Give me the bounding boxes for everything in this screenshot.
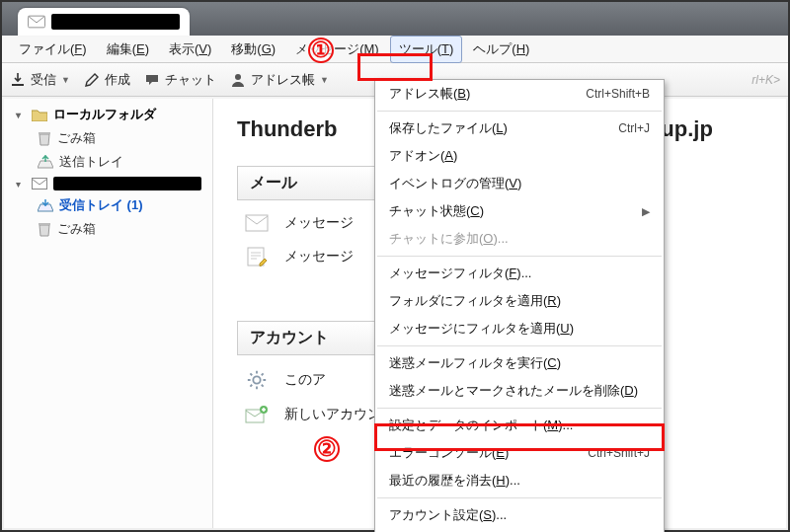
chat-icon (144, 72, 160, 88)
sidebar-local-folders[interactable]: ▾ ローカルフォルダ (4, 103, 212, 126)
menu-item-account-settings[interactable]: アカウント設定(S)... (375, 501, 664, 529)
menu-item-saved-files[interactable]: 保存したファイル(L)Ctrl+J (375, 114, 664, 142)
addressbook-button[interactable]: アドレス帳 ▼ (230, 71, 329, 89)
account-tab[interactable] (18, 8, 190, 36)
menubar: ファイル(F) 編集(E) 表示(V) 移動(G) メッセージ(M) ツール(T… (2, 36, 788, 63)
menu-item-addressbook[interactable]: アドレス帳(B)Ctrl+Shift+B (375, 80, 664, 108)
menu-item-import[interactable]: 設定とデータのインポート(M)... (375, 412, 664, 439)
svg-rect-3 (33, 179, 47, 190)
sidebar-item-label: ごみ箱 (57, 129, 96, 147)
sidebar-trash-2[interactable]: ごみ箱 (4, 217, 212, 241)
trash-icon (38, 221, 51, 237)
menu-item-chat-join: チャットに参加(O)... (375, 225, 664, 253)
search-hint: rl+K> (751, 73, 780, 87)
chevron-down-icon: ▼ (320, 75, 329, 85)
receive-button[interactable]: 受信 ▼ (10, 71, 70, 89)
twisty-icon: ▾ (16, 110, 26, 120)
person-icon (230, 72, 246, 88)
menu-item-chat-state[interactable]: チャット状態(C)▶ (375, 197, 664, 225)
outbox-icon (38, 155, 53, 169)
trash-icon (38, 130, 51, 146)
svg-rect-5 (246, 215, 268, 231)
sidebar-trash[interactable]: ごみ箱 (4, 126, 212, 150)
chat-button[interactable]: チャット (144, 71, 216, 89)
chevron-down-icon: ▼ (61, 75, 70, 85)
folder-icon (32, 109, 47, 121)
menu-item-apply-folder[interactable]: フォルダにフィルタを適用(R) (375, 287, 664, 315)
menu-edit[interactable]: 編集(E) (98, 36, 158, 63)
menu-item-apply-msg[interactable]: メッセージにフィルタを適用(U) (375, 315, 664, 342)
menu-help[interactable]: ヘルプ(H) (464, 36, 538, 63)
row-label: メッセージ (284, 214, 354, 232)
svg-point-7 (253, 376, 260, 383)
addressbook-label: アドレス帳 (251, 71, 315, 89)
svg-rect-2 (39, 132, 50, 134)
svg-rect-4 (39, 223, 50, 225)
menu-tools[interactable]: ツール(T) (390, 36, 463, 63)
new-account-icon (243, 405, 271, 424)
receive-label: 受信 (31, 71, 56, 89)
sidebar-inbox[interactable]: 受信トレイ (1) (4, 193, 212, 217)
chat-label: チャット (165, 71, 216, 89)
sidebar-outbox[interactable]: 送信トレイ (4, 150, 212, 174)
download-icon (10, 72, 26, 88)
sidebar-item-label: ごみ箱 (57, 220, 96, 238)
mail-icon (243, 214, 271, 232)
menu-item-error-console[interactable]: エラーコンソール(E)Ctrl+Shift+J (375, 439, 664, 467)
section-account-header: アカウント (237, 321, 385, 355)
menu-item-addons[interactable]: アドオン(A) (375, 142, 664, 170)
section-mail-header: メール (237, 166, 385, 200)
svg-point-1 (235, 74, 241, 80)
menu-file[interactable]: ファイル(F) (10, 36, 96, 63)
menu-item-delete-junk[interactable]: 迷惑メールとマークされたメールを削除(D) (375, 377, 664, 405)
row-label: このア (284, 371, 326, 389)
menu-item-clear-history[interactable]: 最近の履歴を消去(H)... (375, 467, 664, 494)
pencil-icon (84, 72, 100, 88)
compose-button[interactable]: 作成 (84, 71, 130, 89)
tools-dropdown: アドレス帳(B)Ctrl+Shift+B 保存したファイル(L)Ctrl+J ア… (374, 79, 665, 532)
menu-item-msg-filters[interactable]: メッセージフィルタ(F)... (375, 260, 664, 287)
row-label: メッセージ (284, 248, 354, 266)
mail-icon (32, 178, 47, 190)
twisty-icon: ▾ (16, 179, 26, 190)
menu-item-eventlog[interactable]: イベントログの管理(V) (375, 170, 664, 197)
compose-label: 作成 (105, 71, 130, 89)
menu-message[interactable]: メッセージ(M) (286, 36, 388, 63)
submenu-arrow-icon: ▶ (642, 205, 650, 218)
menu-view[interactable]: 表示(V) (160, 36, 220, 63)
sidebar-account[interactable]: ▾ (4, 174, 212, 193)
menu-item-run-junk[interactable]: 迷惑メールフィルタを実行(C) (375, 349, 664, 377)
compose-icon (243, 246, 271, 267)
sidebar-item-label: 送信トレイ (59, 153, 123, 171)
account-name-redacted (53, 177, 201, 190)
menu-go[interactable]: 移動(G) (222, 36, 284, 63)
folder-sidebar: ▾ ローカルフォルダ ごみ箱 送信トレイ ▾ 受信トレイ (1) (4, 99, 213, 528)
sidebar-item-label: ローカルフォルダ (53, 106, 156, 123)
tab-title-redacted (51, 14, 180, 30)
sidebar-item-label: 受信トレイ (1) (59, 196, 143, 214)
inbox-icon (38, 198, 53, 212)
mail-icon (28, 15, 45, 29)
gear-icon (243, 369, 271, 391)
tab-strip (2, 2, 788, 36)
